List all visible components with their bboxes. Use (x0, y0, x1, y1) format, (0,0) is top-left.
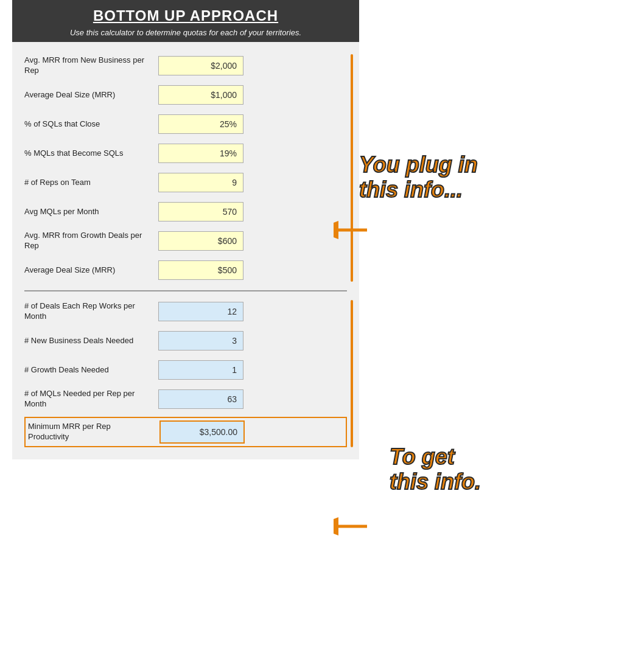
label-mqls-become-sqls: % MQLs that Become SQLs (24, 148, 158, 159)
annotation-get-text: To get this info. (390, 444, 481, 495)
section-divider (24, 290, 347, 291)
calculator-container: BOTTOM UP APPROACH Use this calculator t… (12, 0, 359, 459)
input-row-1: Avg. MRR from New Business per Rep $2,00… (24, 54, 347, 77)
input-mqls-become-sqls[interactable]: 19% (158, 144, 243, 163)
label-growth-deals: # Growth Deals Needed (24, 365, 158, 375)
arrow-plug (334, 218, 367, 245)
input-avg-deal-size-2[interactable]: $500 (158, 260, 243, 280)
label-min-mrr: Minimum MRR per Rep Productivity (26, 422, 159, 442)
input-row-3: % of SQLs that Close 25% (24, 113, 347, 136)
input-sqls-close[interactable]: 25% (158, 114, 243, 134)
label-avg-mqls-month: Avg MQLs per Month (24, 207, 158, 217)
input-row-6: Avg MQLs per Month 570 (24, 200, 347, 223)
output-row-4: # of MQLs Needed per Rep per Month 63 (24, 388, 347, 411)
input-vertical-bar (351, 54, 353, 282)
input-avg-mrr-growth[interactable]: $600 (158, 231, 243, 251)
input-row-5: # of Reps on Team 9 (24, 171, 347, 194)
input-row-8: Average Deal Size (MRR) $500 (24, 259, 347, 282)
input-avg-mrr-new[interactable]: $2,000 (158, 56, 243, 75)
outputs-section: # of Deals Each Rep Works per Month 12 #… (24, 300, 347, 447)
input-row-7: Avg. MRR from Growth Deals per Rep $600 (24, 229, 347, 253)
input-reps-on-team[interactable]: 9 (158, 173, 243, 192)
output-growth-deals: 1 (158, 360, 243, 380)
output-vertical-bar (351, 300, 353, 447)
label-avg-mrr-new: Avg. MRR from New Business per Rep (24, 55, 158, 76)
output-new-biz-deals: 3 (158, 331, 243, 350)
input-row-2: Average Deal Size (MRR) $1,000 (24, 83, 347, 106)
output-deals-per-month: 12 (158, 302, 243, 321)
label-deals-per-month: # of Deals Each Rep Works per Month (24, 301, 158, 322)
label-avg-deal-size-2: Average Deal Size (MRR) (24, 265, 158, 276)
output-min-mrr: $3,500.00 (159, 420, 245, 444)
label-mqls-needed: # of MQLs Needed per Rep per Month (24, 389, 158, 410)
label-sqls-close: % of SQLs that Close (24, 119, 158, 130)
page-subtitle: Use this calculator to determine quotas … (24, 28, 347, 37)
inputs-section: Avg. MRR from New Business per Rep $2,00… (24, 54, 347, 282)
annotation-plug-text: You plug in this info... (359, 152, 478, 203)
input-row-4: % MQLs that Become SQLs 19% (24, 142, 347, 165)
output-row-3: # Growth Deals Needed 1 (24, 358, 347, 382)
page-title: BOTTOM UP APPROACH (24, 7, 347, 24)
output-row-1: # of Deals Each Rep Works per Month 12 (24, 300, 347, 323)
arrow-get (334, 514, 367, 541)
output-row-2: # New Business Deals Needed 3 (24, 329, 347, 352)
label-reps-on-team: # of Reps on Team (24, 178, 158, 188)
calculator-area: Avg. MRR from New Business per Rep $2,00… (12, 42, 359, 459)
output-mqls-needed: 63 (158, 389, 243, 409)
label-new-biz-deals: # New Business Deals Needed (24, 336, 158, 346)
input-avg-mqls-month[interactable]: 570 (158, 202, 243, 221)
label-avg-mrr-growth: Avg. MRR from Growth Deals per Rep (24, 231, 158, 251)
label-avg-deal-size-1: Average Deal Size (MRR) (24, 90, 158, 100)
output-row-5-highlighted: Minimum MRR per Rep Productivity $3,500.… (24, 417, 347, 447)
input-avg-deal-size-1[interactable]: $1,000 (158, 85, 243, 105)
annotation-get: To get this info. (390, 444, 481, 495)
header: BOTTOM UP APPROACH Use this calculator t… (12, 0, 359, 42)
annotation-plug: You plug in this info... (359, 152, 478, 203)
